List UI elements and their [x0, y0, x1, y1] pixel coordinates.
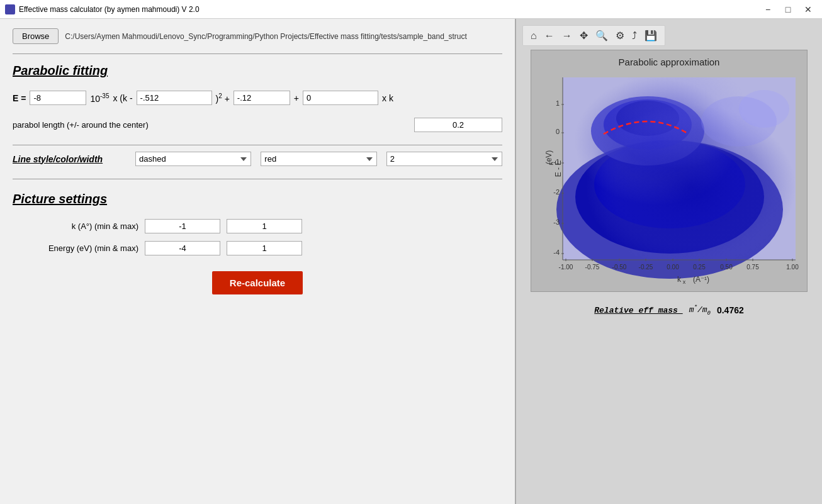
x-k-label: x (k -	[113, 93, 132, 103]
xk-label: x k	[382, 93, 393, 103]
svg-text:0.75: 0.75	[746, 264, 759, 271]
divider-1	[13, 53, 502, 54]
svg-text:-1.00: -1.00	[559, 264, 573, 271]
title-bar-left: Effective mass calculator (by aymen mahm…	[5, 4, 200, 14]
eff-mass-label: Relative eff mass	[594, 306, 682, 315]
parabol-row: parabol length (+/- around the center)	[13, 118, 502, 132]
recalculate-row: Re-calculate	[13, 271, 502, 294]
save-toolbar-button[interactable]: 💾	[642, 28, 660, 43]
plot-title: Parabolic approximation	[538, 57, 801, 67]
coeff-a-input[interactable]	[30, 91, 86, 105]
svg-text:0.00: 0.00	[667, 264, 679, 271]
app-icon	[5, 4, 15, 14]
svg-text:x: x	[683, 279, 686, 285]
left-panel: Browse C:/Users/Aymen Mahmoudi/Lenovo_Sy…	[0, 19, 516, 504]
svg-text:-0.75: -0.75	[585, 264, 600, 271]
plot-toolbar: ⌂ ← → ✥ 🔍 ⚙ ⤴ 💾	[522, 25, 665, 46]
svg-text:-2: -2	[553, 188, 560, 196]
settings-toolbar-button[interactable]: ⚙	[613, 28, 627, 43]
svg-text:0.50: 0.50	[720, 264, 733, 271]
divider-3	[13, 179, 502, 179]
energy-min-input[interactable]	[145, 241, 220, 255]
chart-area: 1 0 -1 -2 -3 -4 E - E F (eV)	[538, 71, 801, 285]
browse-row: Browse C:/Users/Aymen Mahmoudi/Lenovo_Sy…	[13, 28, 502, 44]
line-toolbar-button[interactable]: ⤴	[629, 29, 639, 43]
line-style-row: Line style/color/width dashed solid dott…	[13, 152, 502, 166]
minimize-button[interactable]: −	[759, 3, 777, 16]
home-toolbar-button[interactable]: ⌂	[528, 29, 539, 43]
equation-row: E = 10-35 x (k - )2 + + x k	[13, 91, 502, 105]
eff-mass-value: 0.4762	[717, 305, 744, 315]
file-path: C:/Users/Aymen Mahmoudi/Lenovo_Sync/Prog…	[65, 32, 502, 41]
line-style-label: Line style/color/width	[13, 154, 126, 164]
plot-container: Parabolic approximation	[531, 50, 808, 292]
svg-text:-0.25: -0.25	[639, 264, 653, 271]
svg-point-11	[739, 90, 789, 128]
svg-text:0: 0	[556, 128, 560, 135]
parabol-input[interactable]	[414, 118, 502, 132]
k-row: k (A°) (min & max)	[13, 219, 502, 233]
picture-settings-title: Picture settings	[13, 192, 502, 206]
coeff-b-input[interactable]	[234, 91, 290, 105]
title-bar-controls: − □ ✕	[759, 3, 817, 16]
squared-label: )2 +	[216, 92, 230, 104]
energy-max-input[interactable]	[227, 241, 302, 255]
k0-input[interactable]	[137, 91, 212, 105]
eff-mass-formula: m*/m0	[689, 305, 711, 316]
k-label: k (A°) (min & max)	[13, 221, 138, 231]
svg-text:(eV): (eV)	[544, 150, 553, 165]
eq-prefix: E =	[13, 93, 26, 103]
browse-button[interactable]: Browse	[13, 28, 59, 44]
svg-text:E - E: E - E	[554, 160, 563, 177]
line-width-dropdown[interactable]: 1 2 3 4	[386, 152, 502, 166]
k-max-input[interactable]	[227, 219, 302, 233]
parabolic-title: Parabolic fitting	[13, 64, 502, 78]
svg-text:1: 1	[556, 99, 560, 107]
line-style-dropdown[interactable]: dashed solid dotted	[135, 152, 251, 166]
forward-toolbar-button[interactable]: →	[560, 29, 575, 43]
back-toolbar-button[interactable]: ←	[542, 29, 557, 43]
plus-label: +	[294, 93, 299, 103]
k-min-input[interactable]	[145, 219, 220, 233]
svg-text:k: k	[677, 275, 682, 284]
effective-mass-row: Relative eff mass m*/m0 0.4762	[594, 305, 744, 316]
energy-label: Energy (eV) (min & max)	[13, 244, 138, 253]
close-button[interactable]: ✕	[799, 3, 817, 16]
svg-text:-4: -4	[553, 249, 560, 256]
svg-text:-0.50: -0.50	[612, 264, 627, 271]
window-title: Effective mass calculator (by aymen mahm…	[19, 5, 200, 14]
recalculate-button[interactable]: Re-calculate	[212, 271, 303, 294]
picture-settings-section: Picture settings k (A°) (min & max) Ener…	[13, 192, 502, 294]
svg-text:0.25: 0.25	[693, 264, 706, 271]
right-panel: ⌂ ← → ✥ 🔍 ⚙ ⤴ 💾 Parabolic approximation	[516, 19, 822, 504]
line-color-dropdown[interactable]: red blue green black white	[261, 152, 376, 166]
ten-label: 10-35	[90, 92, 109, 104]
svg-text:(A⁻¹): (A⁻¹)	[693, 275, 709, 284]
energy-row: Energy (eV) (min & max)	[13, 241, 502, 255]
parabolic-section: Parabolic fitting E = 10-35 x (k - )2 + …	[13, 64, 502, 132]
title-bar: Effective mass calculator (by aymen mahm…	[0, 0, 822, 19]
parabol-label: parabol length (+/- around the center)	[13, 120, 149, 130]
zoom-toolbar-button[interactable]: 🔍	[593, 28, 611, 43]
svg-text:-3: -3	[553, 218, 560, 226]
chart-svg: 1 0 -1 -2 -3 -4 E - E F (eV)	[538, 71, 802, 285]
divider-2	[13, 145, 502, 145]
maximize-button[interactable]: □	[779, 3, 797, 16]
exponent-label: -35	[100, 92, 109, 99]
coeff-c-input[interactable]	[303, 91, 378, 105]
svg-text:1.00: 1.00	[786, 264, 799, 271]
main-content: Browse C:/Users/Aymen Mahmoudi/Lenovo_Sy…	[0, 19, 822, 504]
pan-toolbar-button[interactable]: ✥	[577, 28, 590, 43]
